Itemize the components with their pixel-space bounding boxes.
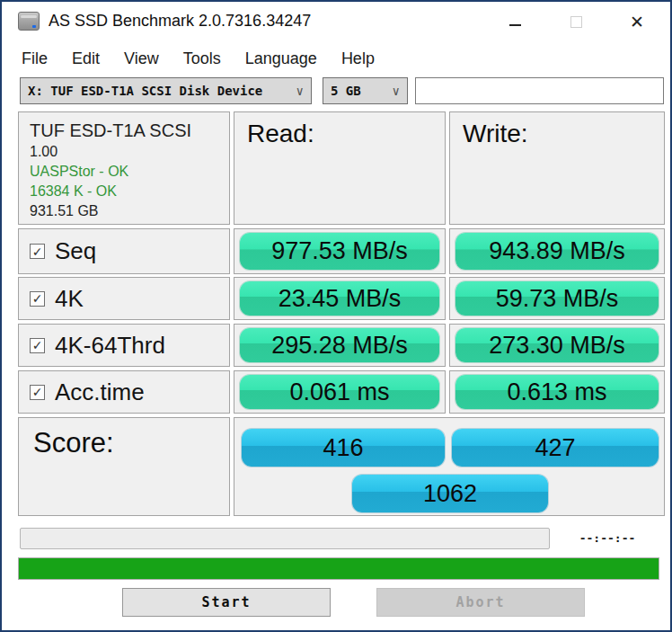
acctime-checkbox[interactable]: ✓ — [30, 385, 45, 400]
menu-tools[interactable]: Tools — [183, 49, 221, 68]
drive-model: TUF ESD-T1A SCSI — [30, 119, 229, 142]
menu-view[interactable]: View — [124, 49, 159, 68]
drive-select-dropdown[interactable]: X: TUF ESD-T1A SCSI Disk Device ∨ — [20, 77, 312, 104]
menu-file[interactable]: File — [22, 49, 48, 68]
4k-write-cell: 59.73 MB/s — [449, 277, 665, 320]
close-icon: ✕ — [630, 12, 644, 32]
close-button[interactable]: ✕ — [620, 9, 654, 34]
overall-progressbar — [18, 557, 659, 580]
total-score-value: 1062 — [352, 475, 548, 512]
maximize-icon — [570, 16, 582, 28]
test-size-value: 5 GB — [331, 84, 361, 98]
4k64thrd-label: 4K-64Thrd — [55, 332, 165, 360]
score-label: Score: — [19, 418, 229, 459]
4k64thrd-write-value: 273.30 MB/s — [455, 328, 659, 362]
4k64thrd-read-value: 295.28 MB/s — [240, 328, 439, 362]
4k-read-cell: 23.45 MB/s — [234, 277, 446, 320]
minimize-icon — [509, 24, 521, 26]
seq-write-cell: 943.89 MB/s — [449, 228, 665, 274]
4k-write-value: 59.73 MB/s — [455, 281, 659, 316]
chevron-down-icon: ∨ — [296, 84, 304, 98]
maximize-button[interactable] — [559, 9, 593, 34]
current-test-progressbar — [20, 528, 550, 549]
drive-firmware: 1.00 — [30, 142, 229, 162]
drive-alignment-status: 16384 K - OK — [30, 182, 229, 201]
acctime-read-cell: 0.061 ms — [234, 370, 446, 414]
checkbox-checked-icon: ✓ — [32, 245, 43, 258]
menu-language[interactable]: Language — [245, 49, 317, 68]
drive-select-value: X: TUF ESD-T1A SCSI Disk Device — [28, 84, 262, 98]
chevron-down-icon: ∨ — [393, 84, 400, 98]
4k-read-value: 23.45 MB/s — [240, 281, 439, 316]
ssd-drive-icon — [18, 12, 40, 31]
4k64thrd-checkbox[interactable]: ✓ — [30, 338, 45, 353]
seq-checkbox[interactable]: ✓ — [30, 244, 45, 259]
window-title: AS SSD Benchmark 2.0.7316.34247 — [49, 12, 311, 31]
write-score-value: 427 — [452, 429, 659, 467]
acctime-read-value: 0.061 ms — [240, 375, 439, 409]
write-column-header-panel: Write: — [449, 111, 665, 225]
4k64thrd-write-cell: 273.30 MB/s — [449, 324, 665, 367]
drive-capacity: 931.51 GB — [30, 201, 229, 221]
seq-write-value: 943.89 MB/s — [455, 233, 659, 270]
start-button[interactable]: Start — [122, 588, 331, 617]
score-values-panel: 416 427 1062 — [234, 417, 665, 516]
test-size-dropdown[interactable]: 5 GB ∨ — [323, 77, 408, 104]
time-remaining: --:--:-- — [571, 531, 643, 545]
4k64thrd-read-cell: 295.28 MB/s — [234, 324, 446, 367]
menu-edit[interactable]: Edit — [72, 49, 100, 68]
acctime-write-cell: 0.613 ms — [449, 370, 665, 414]
title-bar[interactable]: AS SSD Benchmark 2.0.7316.34247 ✕ — [2, 2, 670, 43]
seq-label: Seq — [55, 237, 96, 265]
read-column-header-panel: Read: — [234, 111, 446, 225]
score-label-panel: Score: — [18, 417, 230, 516]
acctime-label: Acc.time — [55, 378, 145, 406]
read-score-value: 416 — [242, 429, 445, 467]
test-row-seq: ✓ Seq — [18, 228, 230, 274]
acctime-write-value: 0.613 ms — [455, 375, 659, 409]
test-row-4k64thrd: ✓ 4K-64Thrd — [18, 324, 230, 367]
menu-help[interactable]: Help — [341, 49, 375, 68]
seq-read-cell: 977.53 MB/s — [234, 228, 446, 274]
minimize-button[interactable] — [498, 9, 532, 34]
app-window: AS SSD Benchmark 2.0.7316.34247 ✕ File E… — [0, 0, 672, 632]
drive-driver-status: UASPStor - OK — [30, 162, 229, 182]
test-row-acctime: ✓ Acc.time — [18, 370, 230, 414]
toolbar-textbox[interactable] — [415, 77, 664, 104]
seq-read-value: 977.53 MB/s — [240, 233, 439, 270]
checkbox-checked-icon: ✓ — [32, 339, 43, 352]
write-column-header: Write: — [450, 112, 664, 148]
4k-label: 4K — [55, 285, 84, 313]
checkbox-checked-icon: ✓ — [32, 386, 43, 398]
4k-checkbox[interactable]: ✓ — [30, 291, 45, 307]
drive-info-panel: TUF ESD-T1A SCSI 1.00 UASPStor - OK 1638… — [18, 111, 230, 225]
abort-button: Abort — [376, 588, 585, 617]
checkbox-checked-icon: ✓ — [32, 292, 43, 305]
menu-bar: File Edit View Tools Language Help — [22, 49, 375, 68]
test-row-4k: ✓ 4K — [18, 277, 230, 320]
read-column-header: Read: — [234, 112, 445, 148]
